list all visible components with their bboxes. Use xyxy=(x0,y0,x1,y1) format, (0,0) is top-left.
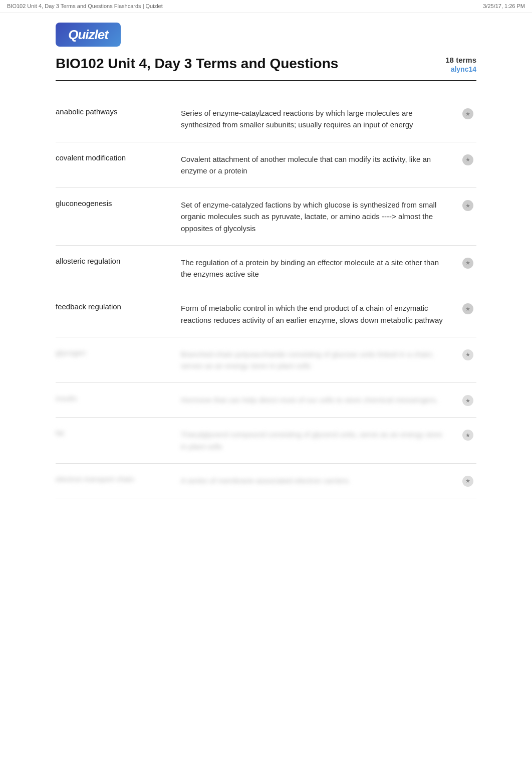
star-icon-col[interactable]: ★ xyxy=(459,348,476,360)
page-title: BIO102 Unit 4, Day 3 Terms and Questions xyxy=(56,56,338,72)
timestamp: 3/25/17, 1:26 PM xyxy=(483,3,525,9)
term-text: insulin xyxy=(56,394,171,403)
definition-text: Branched-chain polysaccharide consisting… xyxy=(181,348,449,372)
star-icon[interactable]: ★ xyxy=(462,200,473,211)
definition-text: Covalent attachment of another molecule … xyxy=(181,153,449,177)
term-text: electron transport chain xyxy=(56,475,171,483)
page-container: Quizlet BIO102 Unit 4, Day 3 Terms and Q… xyxy=(41,13,491,518)
tab-title: BIO102 Unit 4, Day 3 Terms and Questions… xyxy=(7,3,163,9)
term-text: anabolic pathways xyxy=(56,107,171,116)
terms-count: 18 terms xyxy=(445,56,476,64)
star-icon[interactable]: ★ xyxy=(462,154,473,165)
definition-text: Triacylglycerol compound consisting of g… xyxy=(181,429,449,452)
quizlet-logo: Quizlet xyxy=(56,23,121,47)
flashcard-row: electron transport chainA series of memb… xyxy=(56,464,476,498)
browser-bar: BIO102 Unit 4, Day 3 Terms and Questions… xyxy=(0,0,532,13)
star-icon[interactable]: ★ xyxy=(462,430,473,441)
star-icon-col[interactable]: ★ xyxy=(459,394,476,406)
star-icon-col[interactable]: ★ xyxy=(459,199,476,211)
term-text: gluconeogenesis xyxy=(56,199,171,208)
flashcard-row: fatTriacylglycerol compound consisting o… xyxy=(56,418,476,464)
page-header: BIO102 Unit 4, Day 3 Terms and Questions… xyxy=(56,56,476,81)
term-text: glycogen xyxy=(56,348,171,357)
star-icon[interactable]: ★ xyxy=(462,108,473,119)
term-text: covalent modification xyxy=(56,153,171,162)
star-icon[interactable]: ★ xyxy=(462,258,473,269)
star-icon-col[interactable]: ★ xyxy=(459,429,476,441)
flashcard-row: gluconeogenesisSet of enzyme-catalyzed f… xyxy=(56,188,476,246)
term-text: feedback regulation xyxy=(56,302,171,311)
username: alync14 xyxy=(445,65,476,73)
star-icon-col[interactable]: ★ xyxy=(459,257,476,269)
flashcard-list: anabolic pathwaysSeries of enzyme-catayl… xyxy=(56,96,476,498)
star-icon[interactable]: ★ xyxy=(462,476,473,487)
star-icon-col[interactable]: ★ xyxy=(459,107,476,119)
flashcard-row: glycogenBranched-chain polysaccharide co… xyxy=(56,337,476,383)
definition-text: Series of enzyme-cataylzaced reactions b… xyxy=(181,107,449,131)
star-icon-col[interactable]: ★ xyxy=(459,302,476,314)
star-icon[interactable]: ★ xyxy=(462,349,473,360)
star-icon[interactable]: ★ xyxy=(462,303,473,314)
star-icon-col[interactable]: ★ xyxy=(459,475,476,487)
star-icon[interactable]: ★ xyxy=(462,395,473,406)
definition-text: Form of metabolic control in which the e… xyxy=(181,302,449,326)
flashcard-row: insulinHormone that can help direct most… xyxy=(56,383,476,418)
flashcard-row: anabolic pathwaysSeries of enzyme-catayl… xyxy=(56,96,476,142)
flashcard-row: covalent modificationCovalent attachment… xyxy=(56,142,476,188)
definition-text: A series of membrane-associated electron… xyxy=(181,475,449,486)
definition-text: Hormone that can help direct most of our… xyxy=(181,394,449,406)
definition-text: Set of enzyme-catalyzed factions by whic… xyxy=(181,199,449,234)
logo-area: Quizlet xyxy=(56,23,476,47)
term-text: allosteric regulation xyxy=(56,257,171,265)
star-icon-col[interactable]: ★ xyxy=(459,153,476,165)
definition-text: The regulation of a protein by binding a… xyxy=(181,257,449,280)
meta-block: 18 terms alync14 xyxy=(445,56,476,73)
flashcard-row: allosteric regulationThe regulation of a… xyxy=(56,246,476,292)
term-text: fat xyxy=(56,429,171,437)
flashcard-row: feedback regulationForm of metabolic con… xyxy=(56,291,476,337)
